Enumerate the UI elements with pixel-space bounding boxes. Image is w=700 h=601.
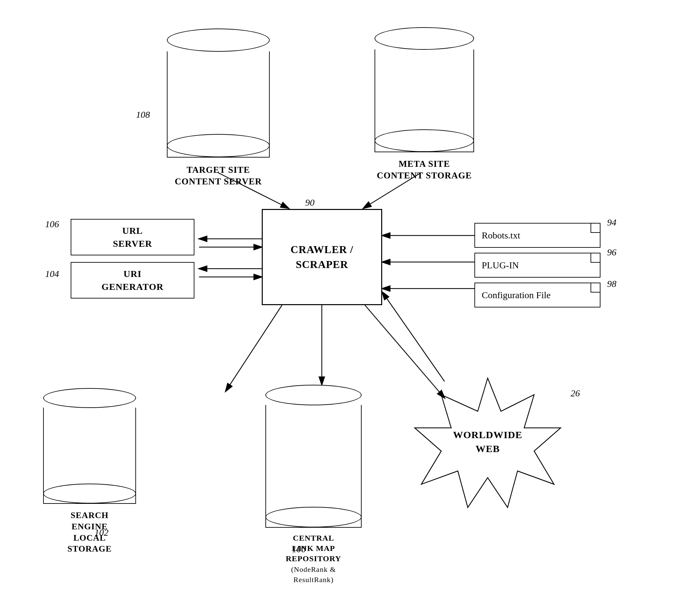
num-94: 94	[607, 217, 617, 228]
diagram-container: TARGET SITE CONTENT SERVER META SITE CON…	[0, 0, 700, 601]
svg-line-14	[382, 292, 445, 381]
num-90: 90	[305, 197, 315, 208]
svg-line-11	[226, 305, 282, 392]
meta-site-cylinder: META SITE CONTENT STORAGE	[375, 27, 474, 181]
num-100: 100	[292, 544, 306, 555]
robots-label: Robots.txt	[482, 230, 520, 241]
crawler-scraper-label: CRAWLER / SCRAPER	[291, 242, 353, 272]
url-server-label: URLSERVER	[113, 224, 152, 250]
num-102: 102	[95, 527, 108, 538]
worldwide-web-label: WORLDWIDEWEB	[441, 428, 534, 456]
plugin-label: PLUG-IN	[482, 260, 519, 271]
config-label: Configuration File	[482, 290, 551, 301]
search-engine-cylinder: SEARCHENGINELOCALSTORAGE	[43, 388, 136, 555]
target-site-label: TARGET SITE CONTENT SERVER	[167, 164, 270, 187]
num-108: 108	[136, 109, 150, 120]
plugin-file-box: PLUG-IN	[474, 253, 600, 278]
central-link-cylinder: CENTRALLINK MAPREPOSITORY(NodeRank &Resu…	[266, 385, 361, 585]
target-site-cylinder: TARGET SITE CONTENT SERVER	[167, 28, 270, 187]
config-file-box: Configuration File	[474, 282, 600, 307]
meta-site-label: META SITE CONTENT STORAGE	[375, 158, 474, 181]
uri-generator-label: URIGENERATOR	[101, 267, 164, 293]
num-104: 104	[45, 269, 59, 279]
crawler-scraper-box: CRAWLER / SCRAPER	[262, 209, 382, 305]
robots-file-box: Robots.txt	[474, 223, 600, 248]
url-server-box: URLSERVER	[71, 219, 194, 255]
num-98: 98	[607, 279, 617, 289]
central-link-label: CENTRALLINK MAPREPOSITORY(NodeRank &Resu…	[285, 533, 341, 585]
num-96: 96	[607, 247, 617, 258]
num-106: 106	[45, 219, 59, 229]
uri-generator-box: URIGENERATOR	[71, 262, 194, 299]
num-26: 26	[571, 388, 580, 399]
